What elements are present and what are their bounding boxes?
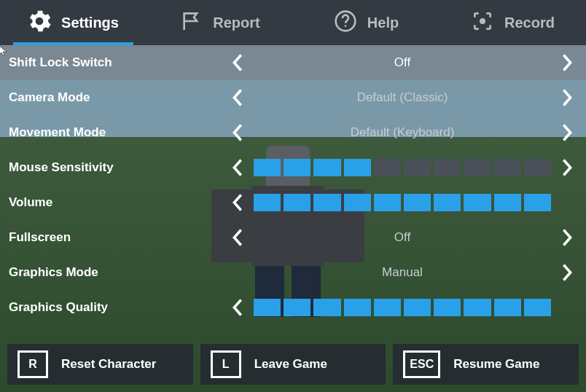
setting-label: Fullscreen [9,230,227,245]
tab-label: Help [367,15,399,31]
setting-row: Movement ModeDefault (Keyboard) [0,115,586,150]
tab-settings[interactable]: Settings [0,0,146,45]
slider-segment [344,194,371,211]
setting-value: Off [248,55,557,70]
chevron-left-icon[interactable] [227,297,248,318]
slider-segment [404,299,431,316]
chevron-left-icon[interactable] [227,227,248,248]
setting-value: Manual [248,265,557,280]
tab-label: Report [213,15,259,31]
chevron-left-icon[interactable] [227,52,248,73]
setting-label: Graphics Quality [9,300,227,315]
slider-segment [464,299,491,316]
chevron-left-icon[interactable] [227,122,248,143]
slider-segment [434,299,461,316]
setting-row: Graphics ModeManual [0,255,586,290]
setting-slider[interactable] [248,299,557,316]
slider-segment [494,194,521,211]
slider-segment [434,194,461,211]
gear-icon [28,9,51,36]
slider-segment [344,299,371,316]
setting-row: Mouse Sensitivity [0,150,586,185]
reset-character-button[interactable]: R Reset Character [7,344,193,385]
resume-game-button[interactable]: ESC Resume Game [393,344,579,385]
tab-bar: Settings Report Help Record [0,0,586,45]
setting-slider[interactable] [248,159,557,176]
chevron-left-icon[interactable] [227,157,248,178]
setting-value: Default (Classic) [248,90,557,105]
chevron-right-icon[interactable] [557,157,577,178]
svg-point-1 [344,25,346,27]
slider-segment [434,159,461,176]
keycap: ESC [403,350,440,378]
tab-help[interactable]: Help [293,0,440,45]
setting-row: Volume [0,185,586,220]
cursor-icon [0,45,10,57]
keycap: L [211,350,241,378]
chevron-left-icon[interactable] [227,192,248,213]
chevron-right-icon[interactable] [557,227,577,248]
footer: R Reset Character L Leave Game ESC Resum… [0,337,586,392]
setting-label: Movement Mode [9,125,227,140]
slider-segment [313,159,340,176]
svg-point-2 [480,18,485,24]
tab-label: Settings [61,15,119,31]
slider-segment [284,159,310,176]
chevron-right-icon[interactable] [557,262,577,283]
slider-segment [313,299,340,316]
setting-label: Mouse Sensitivity [9,160,227,175]
setting-row: Graphics Quality [0,290,586,325]
slider-segment [464,194,491,211]
setting-label: Graphics Mode [9,265,227,280]
setting-row: Camera ModeDefault (Classic) [0,80,586,115]
slider-segment [464,159,491,176]
slider-segment [374,159,401,176]
slider-segment [284,299,310,316]
flag-icon [179,9,203,36]
chevron-right-icon[interactable] [557,122,577,143]
button-label: Leave Game [254,357,327,372]
leave-game-button[interactable]: L Leave Game [200,344,386,385]
slider-segment [494,299,521,316]
setting-row: FullscreenOff [0,220,586,255]
slider-segment [524,299,551,316]
slider-segment [254,159,281,176]
slider-segment [524,194,551,211]
slider-segment [254,194,281,211]
slider-segment [254,299,281,316]
chevron-right-icon[interactable] [557,52,577,73]
button-label: Reset Character [61,357,156,372]
slider-segment [344,159,371,176]
setting-label: Camera Mode [9,90,227,105]
record-icon [471,9,494,36]
setting-value: Default (Keyboard) [248,125,557,140]
tab-record[interactable]: Record [440,0,586,45]
slider-segment [404,194,431,211]
settings-list: Shift Lock SwitchOffCamera ModeDefault (… [0,45,586,337]
slider-segment [284,194,310,211]
button-label: Resume Game [453,357,539,372]
setting-row: Shift Lock SwitchOff [0,45,586,80]
chevron-right-icon[interactable] [557,87,577,108]
setting-slider[interactable] [248,194,557,211]
setting-label: Volume [9,195,227,210]
chevron-left-icon[interactable] [227,87,248,108]
help-icon [334,9,357,36]
slider-segment [404,159,431,176]
keycap: R [17,350,48,378]
tab-report[interactable]: Report [146,0,293,45]
setting-value: Off [248,230,557,245]
setting-label: Shift Lock Switch [9,55,227,70]
slider-segment [374,299,401,316]
slider-segment [494,159,521,176]
slider-segment [524,159,551,176]
tab-label: Record [504,15,555,31]
slider-segment [313,194,340,211]
slider-segment [374,194,401,211]
